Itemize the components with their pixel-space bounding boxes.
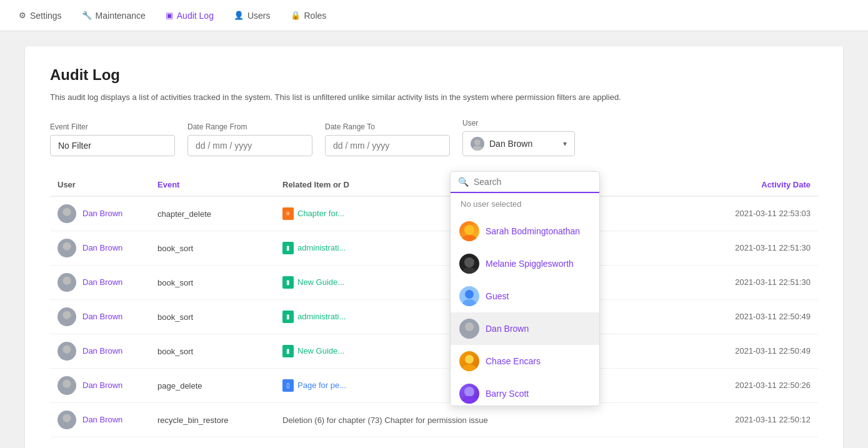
event-text: book_sort	[157, 312, 193, 322]
date-to-input[interactable]	[325, 135, 450, 156]
svg-point-27	[61, 422, 74, 429]
nav-users[interactable]: 👤 Users	[225, 6, 279, 26]
dan-name: Dan Brown	[486, 324, 529, 334]
user-link[interactable]: Dan Brown	[82, 415, 122, 424]
user-link[interactable]: Dan Brown	[82, 312, 122, 321]
svg-point-12	[464, 387, 474, 397]
date-from-input[interactable]	[187, 135, 312, 156]
dropdown-item-barry[interactable]: Barry Scott	[451, 377, 599, 406]
sarah-avatar	[459, 221, 479, 241]
page-icon: ▯	[282, 379, 294, 392]
dropdown-item-chase[interactable]: Chase Encars	[451, 345, 599, 377]
svg-point-2	[464, 225, 474, 235]
svg-point-14	[62, 207, 71, 216]
dropdown-item-melanie[interactable]: Melanie Spigglesworth	[451, 247, 599, 280]
svg-point-3	[462, 235, 477, 241]
dropdown-item-dan[interactable]: Dan Brown	[451, 312, 599, 345]
event-text: page_delete	[157, 381, 202, 391]
svg-point-24	[62, 379, 71, 387]
row-avatar	[57, 342, 76, 361]
user-cell: Dan Brown	[57, 342, 142, 361]
event-filter-input[interactable]	[50, 135, 175, 156]
user-dropdown: 🔍 No user selected Sarah Bodmingtonathan…	[450, 171, 600, 406]
user-link[interactable]: Dan Brown	[82, 381, 122, 390]
barry-name: Barry Scott	[486, 389, 529, 399]
maintenance-icon: 🔧	[82, 11, 92, 20]
related-text: Deletion (6) for chapter (73) Chapter fo…	[282, 416, 488, 425]
top-navigation: ⚙ Settings 🔧 Maintenance ▣ Audit Log 👤 U…	[0, 0, 868, 31]
date-cell: 2021-03-11 22:50:12	[693, 402, 818, 437]
book-icon: ▮	[282, 276, 294, 289]
chevron-down-icon: ▾	[563, 139, 567, 148]
user-link[interactable]: Dan Brown	[82, 209, 122, 218]
event-text: recycle_bin_restore	[157, 416, 228, 425]
row-avatar	[57, 204, 76, 223]
svg-point-11	[462, 364, 476, 371]
col-event: Event	[150, 174, 275, 196]
date-cell: 2021-03-11 22:50:49	[693, 334, 818, 368]
page-title: Audit Log	[50, 66, 818, 84]
no-user-option[interactable]: No user selected	[451, 193, 599, 215]
svg-point-21	[61, 319, 74, 326]
col-user: User	[50, 174, 150, 196]
svg-point-6	[465, 290, 474, 299]
dropdown-item-sarah[interactable]: Sarah Bodmingtonathan	[451, 215, 599, 247]
event-text: chapter_delete	[157, 209, 211, 219]
melanie-avatar	[459, 254, 479, 274]
nav-roles[interactable]: 🔒 Roles	[282, 6, 336, 26]
date-cell: 2021-03-11 22:50:49	[693, 299, 818, 334]
nav-settings[interactable]: ⚙ Settings	[10, 6, 71, 26]
date-to-label: Date Range To	[325, 122, 450, 131]
user-cell: Dan Brown	[57, 376, 142, 395]
book-icon: ▮	[282, 242, 294, 254]
table-row: Dan Brown book_sort ▮ administrati... 20…	[50, 231, 818, 265]
filters-row: Event Filter Date Range From Date Range …	[50, 119, 818, 156]
row-avatar	[57, 239, 76, 257]
user-filter-name: Dan Brown	[489, 139, 532, 149]
row-avatar	[57, 376, 76, 395]
svg-point-22	[62, 345, 71, 353]
main-content: Audit Log This audit log displays a list…	[25, 46, 843, 448]
sarah-name: Sarah Bodmingtonathan	[486, 226, 580, 236]
dropdown-search-container: 🔍	[451, 172, 599, 193]
user-link[interactable]: Dan Brown	[82, 346, 122, 356]
table-row: Dan Brown book_sort ▮ New Guide... 2021-…	[50, 265, 818, 299]
user-filter-button[interactable]: Dan Brown ▾	[462, 131, 575, 156]
date-cell: 2021-03-11 22:51:30	[693, 265, 818, 299]
event-filter-group: Event Filter	[50, 122, 175, 156]
svg-point-8	[465, 322, 474, 331]
related-link[interactable]: New Guide...	[297, 346, 344, 356]
nav-maintenance[interactable]: 🔧 Maintenance	[73, 6, 154, 26]
event-text: book_sort	[157, 347, 193, 356]
chapter-icon: ≡	[282, 207, 294, 220]
user-filter-group: User Dan Brown ▾	[462, 119, 575, 156]
related-link[interactable]: New Guide...	[297, 277, 344, 287]
related-link[interactable]: Chapter for...	[297, 209, 344, 218]
audit-log-icon: ▣	[166, 11, 173, 20]
nav-audit-log[interactable]: ▣ Audit Log	[157, 6, 222, 26]
page-description: This audit log displays a list of activi…	[50, 91, 818, 104]
dropdown-item-guest[interactable]: Guest	[451, 280, 599, 312]
svg-point-18	[62, 276, 71, 284]
user-filter-avatar	[471, 137, 484, 151]
related-link[interactable]: administrati...	[297, 243, 346, 252]
svg-point-26	[62, 414, 71, 422]
event-text: book_sort	[157, 244, 193, 253]
user-cell: Dan Brown	[57, 239, 142, 257]
related-link[interactable]: Page for pe...	[297, 381, 346, 390]
guest-avatar	[459, 286, 479, 306]
related-link[interactable]: administrati...	[297, 312, 346, 321]
date-cell: 2021-03-11 22:50:26	[693, 368, 818, 402]
col-date: Activity Date	[693, 174, 818, 196]
svg-point-16	[62, 242, 71, 250]
dan-avatar	[459, 319, 479, 339]
user-link[interactable]: Dan Brown	[82, 243, 122, 252]
dropdown-items-list: No user selected Sarah Bodmingtonathan M…	[451, 193, 599, 406]
users-icon: 👤	[234, 11, 244, 20]
user-link[interactable]: Dan Brown	[82, 277, 122, 287]
svg-point-4	[464, 257, 474, 267]
dropdown-search-input[interactable]	[474, 177, 592, 187]
svg-point-19	[61, 285, 74, 291]
date-cell: 2021-03-11 22:53:03	[693, 196, 818, 231]
svg-point-9	[462, 332, 476, 339]
